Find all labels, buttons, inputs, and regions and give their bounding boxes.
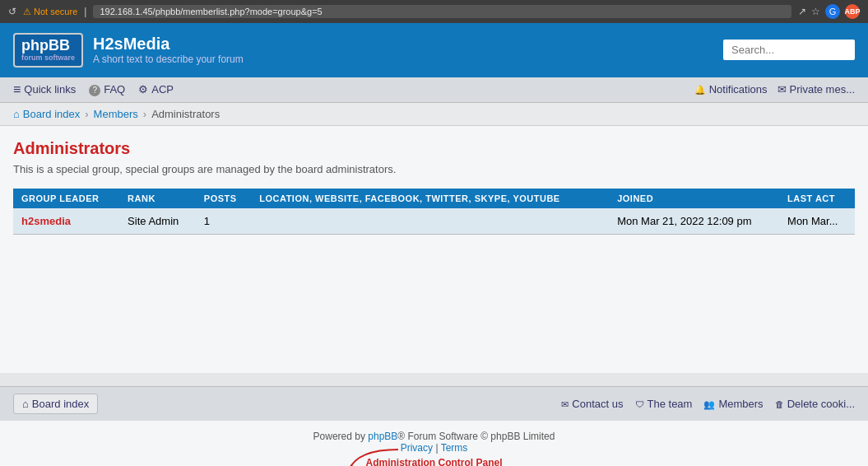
- terms-link[interactable]: Terms: [441, 442, 468, 454]
- address-bar[interactable]: 192.168.1.45/phpbb/memberlist.php?mode=g…: [93, 5, 791, 18]
- nav-bar: Quick links FAQ ACP Notifications Privat…: [0, 77, 868, 103]
- browser-chrome: ↺ ⚠ Not secure | 192.168.1.45/phpbb/memb…: [0, 0, 868, 23]
- security-warning: ⚠ Not secure: [23, 7, 77, 17]
- gear-icon: [138, 83, 148, 96]
- breadcrumb-current: Administrators: [151, 108, 220, 120]
- breadcrumb-sep-1: ›: [85, 108, 88, 120]
- member-posts-cell: 1: [196, 208, 251, 235]
- footer-board-index-btn[interactable]: Board index: [13, 394, 98, 414]
- shield-icon: [635, 398, 644, 410]
- col-group-leader: GROUP LEADER: [13, 189, 119, 208]
- member-rank-cell: Site Admin: [119, 208, 196, 235]
- contact-us-link[interactable]: Contact us: [561, 398, 623, 410]
- the-team-link[interactable]: The team: [635, 398, 693, 410]
- faq-link[interactable]: FAQ: [89, 83, 125, 96]
- col-location: LOCATION, WEBSITE, FACEBOOK, TWITTER, SK…: [251, 189, 609, 208]
- home-icon: [13, 108, 20, 120]
- site-desc: A short text to describe your forum: [93, 54, 244, 65]
- table-header-row: GROUP LEADER RANK POSTS LOCATION, WEBSIT…: [13, 189, 855, 208]
- site-title-area: H2sMedia A short text to describe your f…: [93, 35, 244, 65]
- table-row: h2smedia Site Admin 1 Mon Mar 21, 2022 1…: [13, 208, 855, 235]
- footer-nav: Board index Contact us The team Members …: [0, 386, 868, 421]
- copyright-text: ® Forum Software © phpBB Limited: [397, 431, 555, 442]
- page-title: Administrators: [13, 139, 855, 158]
- col-joined: JOINED: [609, 189, 779, 208]
- question-icon: [89, 83, 100, 96]
- arrow-svg: [341, 445, 406, 466]
- phpbb-logo[interactable]: phpBB forum software: [13, 33, 83, 68]
- bell-icon: [694, 83, 706, 96]
- phpbb-link[interactable]: phpBB: [368, 431, 397, 442]
- notifications-link[interactable]: Notifications: [694, 83, 768, 96]
- message-icon: [777, 83, 787, 96]
- col-last-active: LAST ACT: [779, 189, 855, 208]
- users-icon: [703, 398, 715, 410]
- arrow-annotation: Administration Control Panel: [365, 454, 502, 466]
- col-rank: RANK: [119, 189, 196, 208]
- private-messages-link[interactable]: Private mes...: [777, 83, 855, 96]
- members-table: GROUP LEADER RANK POSTS LOCATION, WEBSIT…: [13, 189, 855, 235]
- page-description: This is a special group, special groups …: [13, 163, 855, 175]
- menu-icon: [13, 82, 21, 97]
- browser-actions: ↗ ☆ G ABP: [798, 4, 860, 19]
- breadcrumb-sep-2: ›: [143, 108, 146, 120]
- reload-icon[interactable]: ↺: [8, 6, 16, 17]
- powered-by-text: Powered by: [313, 431, 369, 442]
- adblock-icon[interactable]: ABP: [845, 4, 860, 19]
- breadcrumb-home[interactable]: Board index: [13, 108, 80, 120]
- breadcrumb: Board index › Members › Administrators: [0, 103, 868, 126]
- delete-cookies-link[interactable]: Delete cooki...: [775, 398, 855, 410]
- col-posts: POSTS: [196, 189, 251, 208]
- envelope-icon: [561, 398, 569, 410]
- main-content: Administrators This is a special group, …: [0, 126, 868, 373]
- powered-by-line: Powered by phpBB® Forum Software © phpBB…: [10, 431, 858, 442]
- nav-left: Quick links FAQ ACP: [13, 82, 174, 97]
- member-username-cell: h2smedia: [13, 208, 119, 235]
- logo-subtext: forum software: [21, 54, 75, 63]
- member-last-active-cell: Mon Mar...: [779, 208, 855, 235]
- member-joined-cell: Mon Mar 21, 2022 12:09 pm: [609, 208, 779, 235]
- privacy-terms-line: Privacy | Terms: [10, 442, 858, 454]
- quick-links-menu[interactable]: Quick links: [13, 82, 76, 97]
- trash-icon: [775, 398, 784, 410]
- breadcrumb-members[interactable]: Members: [94, 108, 138, 120]
- footer-nav-right: Contact us The team Members Delete cooki…: [561, 398, 855, 410]
- footer-bottom: Powered by phpBB® Forum Software © phpBB…: [0, 421, 868, 466]
- footer-home-icon: [22, 398, 29, 410]
- logo-area: phpBB forum software H2sMedia A short te…: [13, 33, 244, 68]
- member-location-cell: [251, 208, 609, 235]
- site-header: phpBB forum software H2sMedia A short te…: [0, 23, 868, 77]
- bookmark-icon[interactable]: ☆: [811, 6, 820, 17]
- member-username-link[interactable]: h2smedia: [21, 215, 71, 227]
- search-input[interactable]: [723, 40, 855, 60]
- nav-right: Notifications Private mes...: [694, 83, 855, 96]
- members-link[interactable]: Members: [703, 398, 763, 410]
- site-name: H2sMedia: [93, 35, 244, 54]
- profile-icon[interactable]: G: [825, 4, 840, 19]
- acp-link[interactable]: ACP: [138, 83, 174, 96]
- logo-text: phpBB: [21, 37, 70, 54]
- share-icon[interactable]: ↗: [798, 6, 806, 17]
